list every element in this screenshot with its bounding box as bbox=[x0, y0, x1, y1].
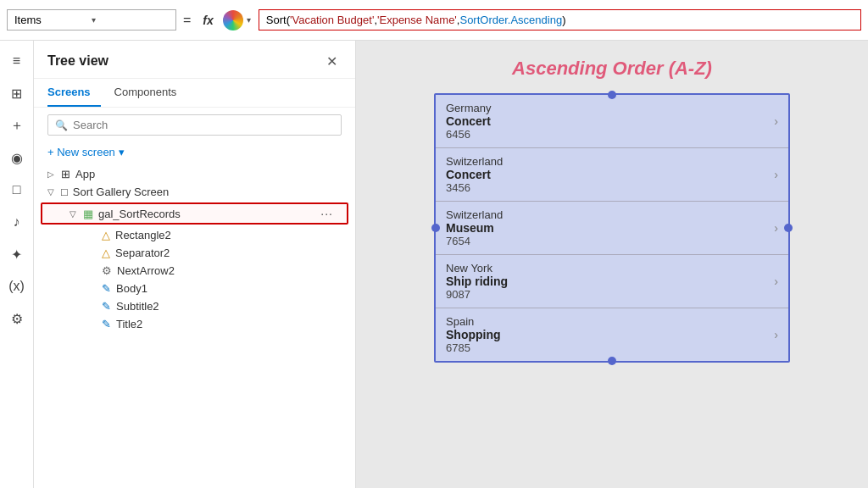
equals-sign: = bbox=[183, 13, 191, 28]
formula-sort: Sort( bbox=[266, 14, 290, 26]
country-1: Switzerland bbox=[446, 155, 767, 168]
new-screen-label: + New screen bbox=[47, 146, 115, 158]
gallery-row-2[interactable]: Switzerland Museum 7654 › bbox=[436, 202, 788, 255]
amount-3: 9087 bbox=[446, 288, 767, 301]
rectangle-icon: △ bbox=[102, 229, 110, 241]
property-label: Items bbox=[14, 14, 92, 26]
separator2-label: Separator2 bbox=[115, 247, 342, 259]
handle-right[interactable] bbox=[784, 224, 793, 232]
canvas-area: Ascending Order (A-Z) Germany Concert 64… bbox=[356, 41, 868, 488]
formula-table: 'Vacation Budget' bbox=[290, 14, 374, 26]
formula-icon-btn[interactable]: ▾ bbox=[219, 8, 255, 33]
gallery-row-4[interactable]: Spain Shopping 6785 › bbox=[436, 308, 788, 361]
sidebar-icons: ≡ ⊞ ＋ ◉ □ ♪ ✦ (x) ⚙ bbox=[0, 41, 34, 488]
gallery-row-0[interactable]: Germany Concert 6456 › bbox=[436, 95, 788, 148]
ascending-title: Ascending Order (A-Z) bbox=[512, 58, 712, 80]
expand-icon-gal: ▽ bbox=[70, 209, 83, 219]
handle-bottom[interactable] bbox=[608, 357, 616, 365]
add-icon[interactable]: ＋ bbox=[3, 112, 31, 139]
sort-screen-label: Sort Gallery Screen bbox=[73, 186, 342, 198]
amount-0: 6456 bbox=[446, 128, 767, 141]
tree-item-sort-screen[interactable]: ▽ □ Sort Gallery Screen bbox=[34, 183, 355, 201]
hamburger-icon[interactable]: ≡ bbox=[3, 47, 31, 75]
tree-item-rectangle2[interactable]: △ Rectangle2 bbox=[34, 226, 355, 244]
variables-icon[interactable]: (x) bbox=[3, 273, 31, 300]
tree-body: ▷ ⊞ App ▽ □ Sort Gallery Screen ▽ ▦ gal_… bbox=[34, 165, 355, 488]
amount-2: 7654 bbox=[446, 235, 767, 247]
tab-components[interactable]: Components bbox=[114, 79, 187, 107]
gallery-row-1[interactable]: Switzerland Concert 3456 › bbox=[436, 148, 788, 202]
subtitle-icon: ✎ bbox=[102, 300, 111, 313]
search-icon: 🔍 bbox=[55, 119, 68, 131]
handle-left[interactable] bbox=[431, 224, 440, 232]
row-content-4: Spain Shopping 6785 bbox=[446, 315, 767, 354]
separator-icon: △ bbox=[102, 247, 110, 259]
expense-2: Museum bbox=[446, 221, 767, 235]
formula-column: 'Expense Name' bbox=[377, 14, 457, 26]
fx-label: fx bbox=[203, 14, 213, 27]
row-content-3: New York Ship riding 9087 bbox=[446, 262, 767, 301]
body1-label: Body1 bbox=[116, 282, 342, 295]
new-screen-button[interactable]: + New screen ▾ bbox=[34, 142, 355, 165]
country-4: Spain bbox=[446, 315, 767, 328]
row-content-0: Germany Concert 6456 bbox=[446, 102, 767, 141]
dropdown-chevron: ▾ bbox=[92, 15, 169, 25]
title2-label: Title2 bbox=[116, 318, 342, 330]
tree-header: Tree view ✕ bbox=[34, 41, 355, 79]
components-icon[interactable]: ◉ bbox=[3, 144, 31, 171]
text-icon: ✎ bbox=[102, 282, 111, 295]
country-3: New York bbox=[446, 262, 767, 274]
property-dropdown[interactable]: Items ▾ bbox=[7, 9, 176, 30]
tree-item-body1[interactable]: ✎ Body1 bbox=[34, 280, 355, 297]
row-chevron-2: › bbox=[767, 208, 778, 247]
title-icon: ✎ bbox=[102, 318, 111, 330]
tree-item-separator2[interactable]: △ Separator2 bbox=[34, 244, 355, 262]
settings-icon[interactable]: ⚙ bbox=[3, 305, 31, 332]
gal-sort-label: gal_SortRecords bbox=[98, 208, 320, 220]
amount-4: 6785 bbox=[446, 341, 767, 354]
country-0: Germany bbox=[446, 102, 767, 114]
expand-icon-sort-screen: ▽ bbox=[47, 187, 61, 197]
expand-icon-app: ▷ bbox=[47, 169, 61, 179]
search-input[interactable] bbox=[73, 119, 334, 131]
tree-panel: Tree view ✕ Screens Components 🔍 + New s… bbox=[34, 41, 356, 488]
main-layout: ≡ ⊞ ＋ ◉ □ ♪ ✦ (x) ⚙ Tree view ✕ Screens … bbox=[0, 41, 868, 488]
row-chevron-1: › bbox=[767, 155, 778, 194]
data-icon[interactable]: □ bbox=[3, 176, 31, 203]
app-icon: ⊞ bbox=[61, 168, 70, 180]
handle-top[interactable] bbox=[608, 91, 616, 99]
gal-more-button[interactable]: ··· bbox=[320, 207, 333, 220]
formula-sortorder: SortOrder.Ascending bbox=[459, 14, 562, 26]
formula-bar[interactable]: Sort('Vacation Budget','Expense Name',So… bbox=[259, 9, 861, 30]
row-chevron-4: › bbox=[767, 315, 778, 354]
sparkle-icon[interactable]: ✦ bbox=[3, 241, 31, 268]
tree-item-app[interactable]: ▷ ⊞ App bbox=[34, 165, 355, 183]
amount-1: 3456 bbox=[446, 181, 767, 194]
tree-item-nextarrow2[interactable]: ⚙ NextArrow2 bbox=[34, 262, 355, 280]
tree-title: Tree view bbox=[47, 53, 321, 69]
expense-4: Shopping bbox=[446, 328, 767, 341]
row-chevron-0: › bbox=[767, 102, 778, 141]
gallery-widget[interactable]: Germany Concert 6456 › Switzerland Conce… bbox=[434, 93, 790, 363]
tab-screens[interactable]: Screens bbox=[47, 79, 101, 107]
nextarrow2-label: NextArrow2 bbox=[117, 264, 342, 277]
gallery-row-3[interactable]: New York Ship riding 9087 › bbox=[436, 255, 788, 308]
expense-1: Concert bbox=[446, 168, 767, 181]
grid-icon[interactable]: ⊞ bbox=[3, 80, 31, 107]
tree-search-box[interactable]: 🔍 bbox=[47, 114, 342, 136]
app-label: App bbox=[75, 168, 342, 180]
subtitle2-label: Subtitle2 bbox=[116, 300, 342, 313]
expense-0: Concert bbox=[446, 114, 767, 128]
tree-item-title2[interactable]: ✎ Title2 bbox=[34, 315, 355, 333]
tree-item-subtitle2[interactable]: ✎ Subtitle2 bbox=[34, 297, 355, 315]
tree-tabs: Screens Components bbox=[34, 79, 355, 108]
country-2: Switzerland bbox=[446, 208, 767, 221]
canvas-content: Ascending Order (A-Z) Germany Concert 64… bbox=[434, 58, 790, 363]
media-icon[interactable]: ♪ bbox=[3, 208, 31, 236]
tree-item-gal-sort[interactable]: ▽ ▦ gal_SortRecords ··· bbox=[42, 204, 347, 223]
tree-close-button[interactable]: ✕ bbox=[321, 51, 342, 71]
row-content-2: Switzerland Museum 7654 bbox=[446, 208, 767, 247]
top-bar: Items ▾ = fx ▾ Sort('Vacation Budget','E… bbox=[0, 0, 868, 41]
row-chevron-3: › bbox=[767, 262, 778, 301]
formula-chevron: ▾ bbox=[247, 15, 251, 25]
